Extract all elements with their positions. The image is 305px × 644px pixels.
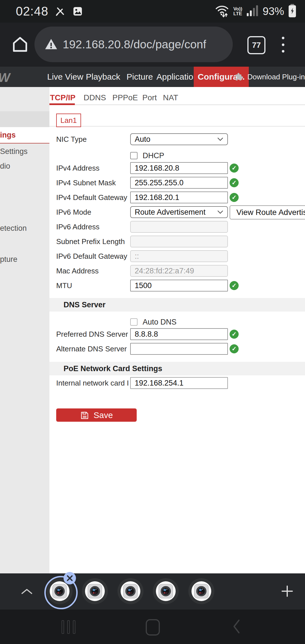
- alternate-dns-input[interactable]: [130, 343, 228, 355]
- puzzle-icon: [234, 72, 243, 82]
- dns-server-title: DNS Server: [64, 301, 106, 309]
- browser-menu-button[interactable]: [282, 37, 285, 53]
- url-fade: [221, 27, 233, 62]
- valid-check-icon: ✓: [230, 164, 239, 173]
- camera-lens-icon: [50, 581, 69, 601]
- poe-section-title: PoE Network Card Settings: [64, 364, 162, 373]
- edge-panel-collapse-button[interactable]: [20, 588, 33, 596]
- mac-address-label: Mac Address: [56, 265, 129, 277]
- lan-divider: [49, 126, 305, 127]
- valid-check-icon: ✓: [230, 178, 239, 187]
- alternate-dns-label: Alternate DNS Server: [56, 343, 129, 355]
- internal-nic-label: Internal network card IPv4...: [56, 377, 129, 389]
- url-text: 192.168.20.8/doc/page/conf: [63, 38, 206, 51]
- chevron-down-icon: [217, 137, 223, 141]
- download-plugin[interactable]: Download Plug-in: [234, 72, 305, 82]
- internal-nic-input[interactable]: [130, 377, 228, 389]
- save-icon: [80, 411, 89, 420]
- tab-switcher-button[interactable]: 77: [247, 36, 265, 54]
- clock: 02:48: [16, 4, 48, 18]
- ipv4-default-gateway-input[interactable]: [130, 192, 228, 203]
- camera-thumbnail[interactable]: [82, 578, 108, 604]
- signal-bars-icon: [246, 4, 259, 18]
- ipv6-address-input: [130, 221, 228, 233]
- close-icon: [66, 575, 73, 582]
- site-navbar: W Live View Playback Picture Application…: [0, 67, 305, 87]
- ipv6-default-gateway-input: [130, 250, 228, 262]
- tab-pppoe[interactable]: PPPoE: [112, 93, 138, 102]
- mtu-input[interactable]: [130, 280, 228, 291]
- recents-button[interactable]: [62, 620, 75, 634]
- nav-picture[interactable]: Picture: [127, 72, 153, 82]
- chevron-down-icon: [217, 210, 223, 214]
- mtu-label: MTU: [56, 280, 129, 291]
- not-secure-warning-icon[interactable]: [45, 38, 58, 51]
- valid-check-icon: ✓: [230, 344, 239, 353]
- ipv6-mode-label: IPv6 Mode: [56, 206, 129, 218]
- subnet-prefix-length-label: Subnet Prefix Length: [56, 236, 129, 247]
- volte-icon: Vo))LTE: [233, 6, 242, 16]
- tab-ddns[interactable]: DDNS: [84, 93, 106, 102]
- preferred-dns-label: Preferred DNS Server: [56, 328, 129, 340]
- auto-dns-checkbox[interactable]: [130, 318, 138, 326]
- ipv4-subnet-mask-label: IPv4 Subnet Mask: [56, 177, 129, 189]
- back-button[interactable]: [233, 619, 240, 635]
- nic-type-select[interactable]: Auto: [130, 133, 228, 145]
- download-plugin-label: Download Plug-in: [247, 73, 305, 81]
- dns-server-section-header: DNS Server: [49, 298, 305, 312]
- tab-tcpip[interactable]: TCP/IP: [50, 93, 75, 102]
- view-route-advertisement-button[interactable]: View Route Advertiseme: [230, 205, 305, 219]
- nic-type-value: Auto: [135, 135, 151, 144]
- camera-thumbnail[interactable]: [153, 578, 179, 604]
- camera-lens-icon: [191, 581, 211, 601]
- valid-check-icon: ✓: [230, 281, 239, 290]
- status-bar: 02:48 Vo))LTE: [0, 0, 305, 23]
- add-camera-button[interactable]: [280, 584, 294, 599]
- ipv6-default-gateway-label: IPv6 Default Gateway: [56, 250, 129, 262]
- gallery-icon: [72, 6, 83, 17]
- save-button[interactable]: Save: [56, 408, 137, 422]
- subnet-prefix-length-input: [130, 236, 228, 247]
- site-logo-fragment: W: [0, 71, 10, 85]
- auto-dns-label: Auto DNS: [143, 318, 177, 327]
- tab-count: 77: [252, 41, 261, 50]
- dhcp-checkbox[interactable]: [130, 152, 138, 159]
- mac-address-input: [130, 265, 228, 277]
- nav-live-view[interactable]: Live View: [47, 72, 83, 82]
- battery-percentage: 93%: [263, 5, 284, 18]
- ipv4-address-input[interactable]: [130, 162, 228, 174]
- valid-check-icon: ✓: [230, 193, 239, 202]
- nav-application[interactable]: Application: [156, 72, 198, 82]
- valid-check-icon: ✓: [230, 330, 239, 339]
- browser-home-button[interactable]: [11, 36, 29, 54]
- preferred-dns-input[interactable]: [130, 328, 228, 340]
- ipv4-address-label: IPv4 Address: [56, 162, 129, 174]
- active-tab-underline: [49, 103, 75, 105]
- tabs-divider: [49, 105, 305, 105]
- browser-toolbar: 192.168.20.8/doc/page/conf 77: [0, 23, 305, 67]
- ipv4-default-gateway-label: IPv4 Default Gateway: [56, 192, 129, 203]
- battery-charging-icon: [288, 4, 297, 19]
- ipv6-address-label: IPv6 Address: [56, 221, 129, 233]
- url-bar[interactable]: 192.168.20.8/doc/page/conf: [34, 27, 233, 62]
- nav-playback[interactable]: Playback: [86, 72, 120, 82]
- wifi-icon: [215, 4, 229, 19]
- remove-camera-badge[interactable]: [64, 572, 76, 584]
- ipv4-subnet-mask-input[interactable]: [130, 177, 228, 189]
- dhcp-label: DHCP: [143, 151, 164, 160]
- home-button[interactable]: [146, 619, 160, 636]
- status-icons: Vo))LTE 93%: [215, 0, 297, 23]
- camera-lens-icon: [85, 581, 105, 601]
- tab-nat[interactable]: NAT: [163, 93, 178, 102]
- save-label: Save: [93, 410, 113, 420]
- sidebar-item-highlighted[interactable]: [0, 111, 49, 127]
- camera-lens-icon: [121, 581, 140, 601]
- ipv6-mode-value: Route Advertisement: [135, 208, 206, 217]
- tab-port[interactable]: Port: [142, 93, 157, 102]
- camera-lens-icon: [156, 581, 176, 601]
- ipv6-mode-select[interactable]: Route Advertisement: [130, 206, 228, 218]
- camera-thumbnail[interactable]: [117, 578, 143, 604]
- lan1-tab[interactable]: Lan1: [56, 114, 81, 127]
- camera-thumbnail[interactable]: [188, 578, 214, 604]
- nic-type-label: NIC Type: [56, 133, 129, 145]
